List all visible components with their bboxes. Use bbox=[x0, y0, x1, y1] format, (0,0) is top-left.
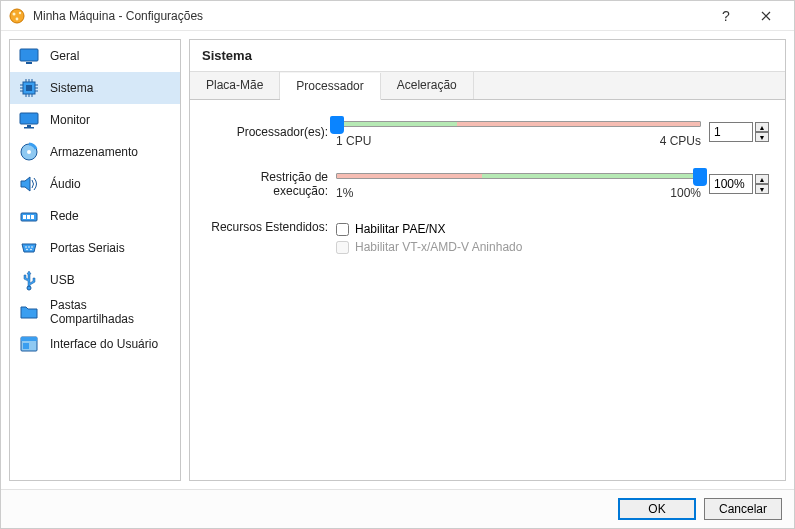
speaker-icon bbox=[18, 173, 40, 195]
svg-rect-7 bbox=[26, 85, 32, 91]
cancel-button[interactable]: Cancelar bbox=[704, 498, 782, 520]
processor-count-spinbox[interactable]: ▲ ▼ bbox=[709, 122, 769, 142]
execution-cap-min: 1% bbox=[336, 186, 353, 200]
execution-cap-spin-down[interactable]: ▼ bbox=[755, 184, 769, 194]
svg-point-3 bbox=[16, 17, 19, 20]
processor-panel: Processador(es): 1 CPU 4 CPUs bbox=[190, 100, 785, 480]
svg-point-22 bbox=[27, 286, 31, 290]
titlebar: Minha Máquina - Configurações ? bbox=[1, 1, 794, 31]
processor-spin-up[interactable]: ▲ bbox=[755, 122, 769, 132]
sidebar-item-label: Rede bbox=[50, 209, 79, 223]
processor-count-label: Processador(es): bbox=[206, 125, 336, 139]
processor-spin-down[interactable]: ▼ bbox=[755, 132, 769, 142]
svg-point-12 bbox=[27, 150, 31, 154]
sidebar-item-shared-folders[interactable]: Pastas Compartilhadas bbox=[10, 296, 180, 328]
svg-point-21 bbox=[30, 249, 32, 251]
svg-rect-24 bbox=[21, 337, 37, 341]
serial-port-icon bbox=[18, 237, 40, 259]
window-title: Minha Máquina - Configurações bbox=[33, 9, 706, 23]
app-icon bbox=[9, 8, 25, 24]
execution-cap-spinbox[interactable]: ▲ ▼ bbox=[709, 174, 769, 194]
disk-icon bbox=[18, 141, 40, 163]
sidebar-item-storage[interactable]: Armazenamento bbox=[10, 136, 180, 168]
sidebar-item-serial[interactable]: Portas Seriais bbox=[10, 232, 180, 264]
svg-point-2 bbox=[19, 11, 21, 13]
main-header: Sistema bbox=[190, 40, 785, 72]
svg-rect-5 bbox=[26, 62, 32, 64]
execution-cap-slider[interactable] bbox=[336, 168, 701, 184]
sidebar-item-label: Interface do Usuário bbox=[50, 337, 158, 351]
svg-rect-4 bbox=[20, 49, 38, 61]
network-icon bbox=[18, 205, 40, 227]
svg-point-18 bbox=[28, 246, 30, 248]
sidebar-item-label: Pastas Compartilhadas bbox=[50, 298, 172, 326]
sidebar-item-label: Armazenamento bbox=[50, 145, 138, 159]
page-title: Sistema bbox=[202, 48, 773, 63]
svg-rect-14 bbox=[23, 215, 26, 219]
svg-point-0 bbox=[10, 9, 24, 23]
execution-cap-max: 100% bbox=[670, 186, 701, 200]
body-area: Geral Sistema Monitor Armazenamento Áudi… bbox=[1, 31, 794, 489]
processor-slider-min: 1 CPU bbox=[336, 134, 371, 148]
tab-processor[interactable]: Processador bbox=[280, 73, 380, 100]
sidebar-item-ui[interactable]: Interface do Usuário bbox=[10, 328, 180, 360]
close-button[interactable] bbox=[746, 1, 786, 31]
pae-nx-checkbox-row[interactable]: Habilitar PAE/NX bbox=[336, 220, 769, 238]
sidebar-item-general[interactable]: Geral bbox=[10, 40, 180, 72]
monitor-icon bbox=[18, 109, 40, 131]
execution-cap-input[interactable] bbox=[709, 174, 753, 194]
execution-cap-spin-up[interactable]: ▲ bbox=[755, 174, 769, 184]
nested-vt-label: Habilitar VT-x/AMD-V Aninhado bbox=[355, 240, 522, 254]
display-icon bbox=[18, 45, 40, 67]
sidebar-item-label: Geral bbox=[50, 49, 79, 63]
svg-rect-9 bbox=[27, 125, 31, 127]
extended-features-row: Recursos Estendidos: Habilitar PAE/NX Ha… bbox=[206, 220, 769, 256]
window-icon bbox=[18, 333, 40, 355]
sidebar-item-label: Monitor bbox=[50, 113, 90, 127]
chip-icon bbox=[18, 77, 40, 99]
main-panel: Sistema Placa-Mãe Processador Aceleração… bbox=[189, 39, 786, 481]
ok-button[interactable]: OK bbox=[618, 498, 696, 520]
sidebar-item-display[interactable]: Monitor bbox=[10, 104, 180, 136]
help-button[interactable]: ? bbox=[706, 1, 746, 31]
folder-icon bbox=[18, 301, 40, 323]
nested-vt-checkbox bbox=[336, 241, 349, 254]
sidebar-item-usb[interactable]: USB bbox=[10, 264, 180, 296]
sidebar-item-audio[interactable]: Áudio bbox=[10, 168, 180, 200]
execution-cap-label: Restrição de execução: bbox=[206, 170, 336, 198]
svg-point-20 bbox=[26, 249, 28, 251]
nested-vt-checkbox-row: Habilitar VT-x/AMD-V Aninhado bbox=[336, 238, 769, 256]
sidebar-item-label: Sistema bbox=[50, 81, 93, 95]
processor-count-input[interactable] bbox=[709, 122, 753, 142]
svg-point-19 bbox=[31, 246, 33, 248]
svg-rect-10 bbox=[24, 127, 34, 129]
settings-sidebar: Geral Sistema Monitor Armazenamento Áudi… bbox=[9, 39, 181, 481]
pae-nx-label: Habilitar PAE/NX bbox=[355, 222, 445, 236]
tab-acceleration[interactable]: Aceleração bbox=[381, 72, 474, 99]
svg-rect-25 bbox=[23, 343, 29, 349]
tab-motherboard[interactable]: Placa-Mãe bbox=[190, 72, 280, 99]
svg-rect-8 bbox=[20, 113, 38, 124]
sidebar-item-label: Portas Seriais bbox=[50, 241, 125, 255]
extended-features-label: Recursos Estendidos: bbox=[206, 220, 336, 234]
tabs: Placa-Mãe Processador Aceleração bbox=[190, 72, 785, 100]
processor-slider-max: 4 CPUs bbox=[660, 134, 701, 148]
execution-cap-row: Restrição de execução: 1% 100% bbox=[206, 168, 769, 200]
svg-rect-16 bbox=[31, 215, 34, 219]
dialog-footer: OK Cancelar bbox=[1, 489, 794, 528]
svg-point-17 bbox=[25, 246, 27, 248]
svg-rect-15 bbox=[27, 215, 30, 219]
usb-icon bbox=[18, 269, 40, 291]
sidebar-item-system[interactable]: Sistema bbox=[10, 72, 180, 104]
processor-count-row: Processador(es): 1 CPU 4 CPUs bbox=[206, 116, 769, 148]
sidebar-item-network[interactable]: Rede bbox=[10, 200, 180, 232]
pae-nx-checkbox[interactable] bbox=[336, 223, 349, 236]
processor-count-slider[interactable] bbox=[336, 116, 701, 132]
sidebar-item-label: Áudio bbox=[50, 177, 81, 191]
svg-point-1 bbox=[13, 12, 16, 15]
sidebar-item-label: USB bbox=[50, 273, 75, 287]
